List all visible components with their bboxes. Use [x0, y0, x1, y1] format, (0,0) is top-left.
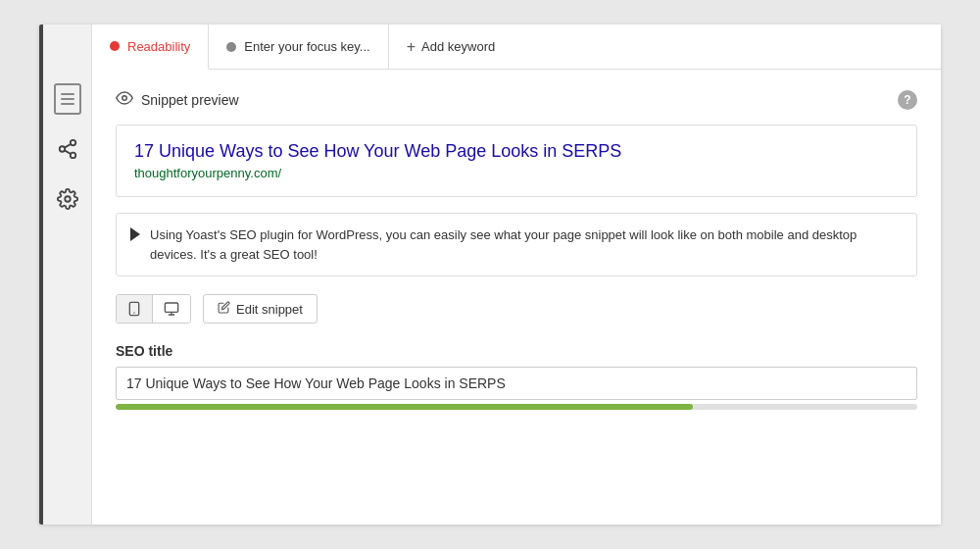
- eye-icon: [116, 89, 133, 111]
- share-icon[interactable]: [57, 138, 78, 165]
- tab-add-keyword-label: Add keyword: [421, 39, 495, 54]
- snippet-description-text: Using Yoast's SEO plugin for WordPress, …: [150, 225, 903, 264]
- seo-title-progress-fill: [116, 404, 693, 410]
- mobile-device-button[interactable]: [117, 295, 153, 323]
- snippet-title-link[interactable]: 17 Unique Ways to See How Your Web Page …: [134, 141, 899, 162]
- svg-rect-9: [165, 303, 177, 312]
- seo-title-progress-bar: [116, 404, 917, 410]
- tab-focus-keyword-label: Enter your focus key...: [244, 39, 369, 54]
- snippet-preview-title-text: Snippet preview: [141, 92, 239, 108]
- snippet-controls: Edit snippet: [116, 294, 917, 324]
- snippet-description-row: Using Yoast's SEO plugin for WordPress, …: [116, 213, 917, 276]
- main-content: Readability Enter your focus key... + Ad…: [92, 25, 941, 524]
- snippet-preview-title-row: Snippet preview: [116, 89, 239, 111]
- pencil-icon: [218, 301, 230, 317]
- tab-add-keyword[interactable]: + Add keyword: [389, 25, 514, 69]
- svg-point-6: [122, 96, 127, 101]
- add-keyword-plus-icon: +: [407, 38, 416, 56]
- readability-status-dot: [110, 41, 120, 51]
- edit-snippet-button[interactable]: Edit snippet: [203, 294, 318, 324]
- help-icon[interactable]: ?: [898, 90, 917, 110]
- device-toggle: [116, 294, 191, 324]
- svg-point-5: [65, 196, 71, 202]
- sidebar: [43, 25, 92, 524]
- settings-icon[interactable]: [57, 188, 78, 215]
- tab-readability[interactable]: Readability: [92, 25, 209, 70]
- focus-keyword-status-dot: [226, 42, 236, 52]
- edit-snippet-label: Edit snippet: [236, 302, 303, 317]
- card-line: [61, 98, 74, 100]
- tab-focus-keyword[interactable]: Enter your focus key...: [209, 25, 388, 69]
- card-line: [61, 93, 74, 95]
- desktop-device-button[interactable]: [153, 295, 190, 323]
- svg-line-3: [64, 150, 70, 154]
- tab-readability-label: Readability: [127, 39, 190, 54]
- seo-title-label: SEO title: [116, 343, 917, 359]
- snippet-box: 17 Unique Ways to See How Your Web Page …: [116, 125, 917, 197]
- seo-title-input[interactable]: [116, 367, 917, 400]
- card-line: [61, 103, 74, 105]
- seo-title-section: SEO title: [116, 343, 917, 410]
- sidebar-card-icon[interactable]: [54, 83, 81, 115]
- snippet-preview-header: Snippet preview ?: [116, 89, 917, 111]
- panel-content: Snippet preview ? 17 Unique Ways to See …: [92, 70, 941, 524]
- tabs-bar: Readability Enter your focus key... + Ad…: [92, 25, 941, 70]
- snippet-expand-arrow[interactable]: [130, 227, 140, 241]
- svg-line-4: [64, 144, 70, 148]
- snippet-url: thoughtforyourpenny.com/: [134, 166, 899, 180]
